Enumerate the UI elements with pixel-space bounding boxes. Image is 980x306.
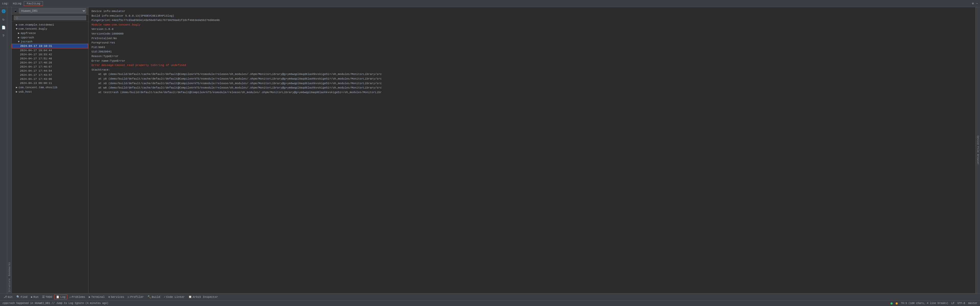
content-line-stack5: at testCrash (demo/build/default/cache/d… [92, 90, 972, 95]
icon-file[interactable]: 📄 [1, 25, 6, 30]
run-icon: ▶ [31, 295, 33, 299]
content-line-1: Device info:emulator [92, 9, 972, 14]
toolbar-services-label: Services [111, 295, 124, 299]
toolbar-terminal[interactable]: ▶ Terminal [87, 295, 106, 299]
toolbar-log[interactable]: 📋 Log [54, 295, 67, 300]
tree-item-label: 2024-04-17 17:51:48 [20, 57, 52, 60]
chevron-icon: ▼ [16, 27, 18, 30]
toolbar-codelinter[interactable]: ✓ Code Linter [162, 295, 186, 299]
tree-content: ▶ com.example.testdemo1 ▼ com.tencent.bu… [12, 21, 88, 293]
icon-help[interactable]: ? [1, 33, 6, 38]
log-label: Log: [2, 2, 9, 5]
tree-item-label: com.tencent.tmm.ohoslib [19, 86, 57, 89]
tree-item-ts2[interactable]: 2024-04-17 19:04:44 [12, 48, 88, 53]
tree-item-tmm[interactable]: ▶ com.tencent.tmm.ohoslib [12, 85, 88, 89]
tree-item-ts6[interactable]: 2024-04-17 17:46:07 [12, 65, 88, 69]
tree-item-usb[interactable]: ▶ usb_host [12, 89, 88, 94]
tree-item-appfreeze[interactable]: ▶ appfreeze [12, 31, 88, 35]
todo-icon: ☰ [42, 295, 45, 299]
minimize-icon[interactable]: — [976, 2, 978, 5]
content-line-stack3: at x8 (demo/build/default/cache/default/… [92, 81, 972, 86]
codelinter-icon: ✓ [164, 295, 165, 299]
tree-item-label: com.tencent.bugly [19, 27, 47, 30]
content-line-uid: Uid:20020041 [92, 49, 972, 54]
tree-item-ts1[interactable]: 2024-04-17 19:10:31 [12, 44, 88, 48]
tree-item-label: 2024-04-17 17:46:07 [20, 65, 52, 68]
tree-item-ts8[interactable]: 2024-04-17 17:43:57 [12, 73, 88, 77]
status-left: cppcrash happened in HUAWEI_DB1 // Jump … [3, 302, 891, 305]
content-area: Device info:emulator Build info:emulator… [88, 7, 975, 293]
toolbar-build[interactable]: 🔨 Build [146, 295, 162, 299]
toolbar-problems[interactable]: ⚠ Problems [68, 295, 87, 299]
status-branch: master [968, 302, 977, 305]
log-icon: 📋 [56, 295, 60, 299]
chevron-icon: ▶ [16, 23, 18, 26]
toolbar-problems-label: Problems [72, 295, 85, 299]
problems-icon: ⚠ [69, 295, 71, 299]
toolbar-find[interactable]: 🔍 Find [15, 295, 29, 299]
toolbar-profiler[interactable]: ▷ Profiler [126, 295, 145, 299]
tree-item-ts4[interactable]: 2024-04-17 17:51:48 [12, 57, 88, 61]
arkui-icon: 🔲 [188, 295, 192, 299]
tree-item-ts3[interactable]: 2024-04-17 18:33:42 [12, 53, 88, 57]
toolbar-build-label: Build [152, 295, 160, 299]
tree-item-label: 2024-04-17 17:43:06 [20, 78, 52, 81]
content-line-stack4: at w8 (demo/build/default/cache/default/… [92, 86, 972, 90]
tree-item-label: cppcrash [21, 36, 34, 39]
toolbar-todo-label: TODO [46, 295, 52, 299]
tree-item-label: 2024-04-17 19:04:44 [20, 49, 52, 52]
content-line-errorname: Error name:TypeError [92, 59, 972, 64]
content-line-stack1: at q8 (demo/build/default/cache/default/… [92, 72, 972, 77]
toolbar-services[interactable]: ⚙ Services [107, 295, 126, 299]
tree-item-cppcrash[interactable]: ▶ cppcrash [12, 35, 88, 40]
content-line-errormsg: Error message:Cannot read property toStr… [92, 63, 972, 68]
tree-item-label: 2024-04-17 17:48:28 [20, 61, 52, 64]
tree-item-com-example[interactable]: ▶ com.example.testdemo1 [12, 22, 88, 27]
file-tree: 📱 Huawei_DB1 ▶ com.example.testdemo1 ▼ c… [12, 7, 88, 293]
chevron-icon: ▶ [18, 36, 20, 39]
tree-item-ts7[interactable]: 2024-04-17 17:44:54 [12, 69, 88, 73]
tree-item-label: 2024-04-17 17:43:57 [20, 73, 52, 76]
status-bar: cppcrash happened in HUAWEI_DB1 // Jump … [0, 300, 980, 306]
toolbar-todo[interactable]: ☰ TODO [41, 295, 54, 299]
toolbar-find-label: Find [21, 295, 27, 299]
top-bar-right: ⚙ — [972, 2, 978, 5]
tree-item-label: usb_host [19, 90, 32, 93]
tree-item-com-tencent-bugly[interactable]: ▼ com.tencent.bugly [12, 27, 88, 31]
tab-hilog[interactable]: HiLog [10, 2, 24, 6]
toolbar-codelinter-label: Code Linter [166, 295, 185, 299]
tree-item-ts10[interactable]: 2024-04-13 08:00:11 [12, 81, 88, 85]
tree-item-label: appfreeze [21, 32, 36, 35]
status-position: 70:3 (108 chars, 4 line breaks) [901, 302, 948, 305]
tab-faultlog[interactable]: FaultLog [24, 1, 43, 6]
device-select[interactable]: Huawei_DB1 [19, 8, 86, 13]
icon-refresh[interactable]: ↻ [1, 17, 6, 22]
terminal-icon: ▶ [89, 295, 91, 299]
tree-item-ts9[interactable]: 2024-04-17 17:43:06 [12, 77, 88, 81]
toolbar-arkui[interactable]: 🔲 ArkUI Inspector [187, 295, 220, 299]
content-line-stack2: at y8 (demo/build/default/cache/default/… [92, 77, 972, 81]
icon-globe[interactable]: 🌐 [1, 9, 6, 14]
tree-item-jscrash[interactable]: ▼ jscrash [12, 40, 88, 44]
content-line-foreground: Foreground:Yes [92, 41, 972, 45]
tree-item-label: jscrash [21, 40, 32, 43]
status-encoding: LF [951, 302, 955, 305]
content-line-3: Fingerprint:44e1f5c77cd3a8583e143e56e07a… [92, 18, 972, 23]
toolbar-run[interactable]: ▶ Run [29, 295, 40, 299]
search-input[interactable] [14, 16, 86, 20]
toolbar-git[interactable]: ⎇ Git [2, 295, 14, 299]
content-line-preinstalled: PreInstalled:No [92, 36, 972, 41]
tree-item-ts5[interactable]: 2024-04-17 17:48:28 [12, 61, 88, 65]
chevron-icon: ▶ [18, 32, 20, 35]
services-icon: ⚙ [108, 295, 110, 299]
right-sidebar: Device File Browser [975, 7, 980, 293]
profiler-icon: ▷ [128, 295, 130, 299]
tree-item-label: 2024-04-17 17:44:54 [20, 69, 52, 72]
device-selector: 📱 Huawei_DB1 [12, 7, 88, 14]
settings-icon[interactable]: ⚙ [972, 2, 974, 5]
content-line-stacktrace: Stacktrace: [92, 68, 972, 72]
tree-item-label: 2024-04-13 08:00:11 [20, 81, 52, 85]
tree-item-label: 2024-04-17 18:33:42 [20, 53, 52, 56]
toolbar-run-label: Run [33, 295, 38, 299]
chevron-icon: ▶ [16, 90, 18, 93]
